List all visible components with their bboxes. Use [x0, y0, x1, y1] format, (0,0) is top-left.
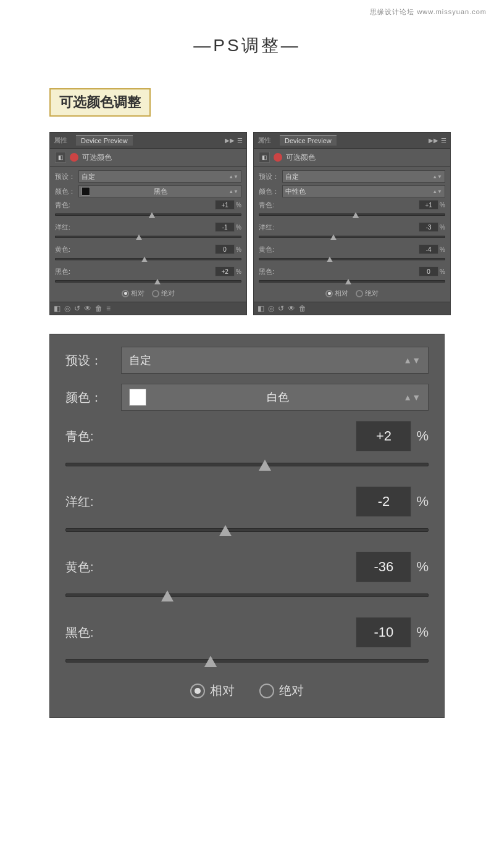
yellow-value-right[interactable]: -4	[419, 244, 438, 254]
color-label-left: 颜色：	[55, 187, 78, 196]
yellow-slider-right[interactable]	[259, 258, 445, 260]
large-radio-outer-abs[interactable]	[259, 684, 274, 698]
yellow-thumb-left[interactable]	[141, 257, 148, 262]
color-select-right[interactable]: 中性色 ▲▼	[282, 185, 445, 197]
reset-icon[interactable]: ↺	[74, 304, 80, 313]
cyan-slider-right[interactable]	[259, 213, 445, 216]
cyan-value-right[interactable]: +1	[419, 200, 438, 210]
menu-icon[interactable]: ☰	[237, 137, 243, 144]
black-slider-right[interactable]	[259, 280, 445, 283]
preset-label-right: 预设：	[259, 172, 282, 181]
eye-loop-icon-right[interactable]: ◎	[268, 304, 274, 313]
trash-icon-right[interactable]: 🗑	[299, 304, 306, 313]
visibility-icon-right[interactable]: 👁	[288, 304, 295, 313]
large-magenta-thumb[interactable]	[219, 525, 232, 536]
radio-outer-abs-right[interactable]	[356, 290, 363, 297]
black-track-left[interactable]	[55, 278, 241, 285]
yellow-row-right: 黄色: -4 %	[259, 244, 445, 254]
color-select-left[interactable]: 黑色 ▲▼	[78, 185, 241, 197]
large-radio-row: 相对 绝对	[65, 682, 429, 699]
mask-bottom-icon-right[interactable]: ◧	[257, 304, 264, 313]
black-value-right[interactable]: 0	[419, 267, 438, 276]
yellow-track-left[interactable]	[55, 255, 241, 263]
black-section-left: 黑色: +2 %	[55, 267, 241, 285]
large-magenta-row: 洋红: -2 %	[65, 486, 429, 517]
magenta-thumb-right[interactable]	[330, 234, 337, 240]
yellow-thumb-right[interactable]	[327, 257, 333, 262]
cyan-track-left[interactable]	[55, 211, 241, 218]
black-value-left[interactable]: +2	[215, 267, 235, 276]
color-value-right: 中性色	[285, 187, 306, 196]
cyan-thumb-right[interactable]	[353, 212, 359, 218]
black-pct-right: %	[440, 268, 445, 275]
magenta-thumb-left[interactable]	[136, 234, 142, 240]
forward-icon-right[interactable]: ▶▶	[429, 137, 438, 144]
large-radio-relative[interactable]: 相对	[190, 682, 235, 699]
large-magenta-value[interactable]: -2	[356, 486, 411, 517]
magenta-slider-left[interactable]	[55, 236, 241, 238]
magenta-slider-right[interactable]	[259, 236, 445, 238]
magenta-track-left[interactable]	[55, 233, 241, 241]
panel-tab-active-left[interactable]: Device Preview	[76, 135, 133, 146]
large-color-value: 白色	[267, 390, 289, 405]
large-cyan-value[interactable]: +2	[356, 421, 411, 452]
radio-absolute-right[interactable]: 绝对	[356, 289, 379, 298]
large-radio-absolute[interactable]: 绝对	[259, 682, 304, 699]
preset-select-left[interactable]: 自定 ▲▼	[78, 170, 241, 183]
menu-icon-right[interactable]: ☰	[441, 137, 446, 144]
reset-icon-right[interactable]: ↺	[278, 304, 284, 313]
cyan-track-right[interactable]	[259, 211, 445, 218]
large-cyan-thumb[interactable]	[259, 460, 271, 471]
yellow-slider-left[interactable]	[55, 258, 241, 260]
magenta-value-right[interactable]: -3	[419, 222, 438, 232]
large-yellow-slider[interactable]	[65, 593, 429, 597]
magenta-value-left[interactable]: -1	[215, 222, 235, 232]
large-radio-inner-rel	[195, 688, 201, 694]
cyan-slider-left[interactable]	[55, 213, 241, 216]
black-thumb-left[interactable]	[154, 279, 161, 284]
large-cyan-slider[interactable]	[65, 463, 429, 466]
forward-icon[interactable]: ▶▶	[225, 137, 235, 144]
large-magenta-track[interactable]	[65, 521, 429, 539]
expand-icon[interactable]: ≡	[106, 304, 111, 313]
yellow-label-left: 黄色:	[55, 245, 73, 254]
cyan-value-left[interactable]: +1	[215, 200, 235, 210]
large-cyan-track[interactable]	[65, 455, 429, 474]
radio-outer-rel-right[interactable]	[325, 290, 333, 297]
large-yellow-value[interactable]: -36	[356, 552, 411, 582]
radio-outer-rel-left[interactable]	[122, 290, 129, 297]
large-preset-select[interactable]: 自定 ▲▼	[121, 347, 429, 374]
large-black-thumb[interactable]	[204, 656, 217, 667]
magenta-track-right[interactable]	[259, 233, 445, 241]
magenta-section-right: 洋红: -3 %	[259, 222, 445, 241]
visibility-icon[interactable]: 👁	[84, 304, 91, 313]
black-slider-left[interactable]	[55, 280, 241, 283]
magenta-pct-left: %	[236, 224, 241, 231]
black-thumb-right[interactable]	[345, 279, 351, 284]
radio-relative-left[interactable]: 相对	[122, 289, 144, 298]
large-black-track[interactable]	[65, 651, 429, 670]
eye-loop-icon[interactable]: ◎	[64, 304, 70, 313]
color-arrow-left: ▲▼	[228, 189, 238, 194]
large-black-value[interactable]: -10	[356, 617, 411, 648]
black-track-right[interactable]	[259, 278, 445, 285]
radio-absolute-left[interactable]: 绝对	[152, 289, 175, 298]
large-magenta-slider[interactable]	[65, 528, 429, 532]
large-radio-outer-rel[interactable]	[190, 684, 205, 698]
preset-value-left: 自定	[82, 172, 95, 181]
large-black-slider[interactable]	[65, 659, 429, 663]
large-yellow-thumb[interactable]	[161, 590, 174, 601]
radio-relative-right[interactable]: 相对	[325, 289, 348, 298]
preset-select-right[interactable]: 自定 ▲▼	[282, 170, 445, 183]
mask-bottom-icon[interactable]: ◧	[54, 304, 61, 313]
large-color-select[interactable]: 白色 ▲▼	[121, 384, 429, 411]
panel-tab-active-right[interactable]: Device Preview	[280, 135, 337, 146]
cyan-thumb-left[interactable]	[149, 212, 155, 218]
yellow-track-right[interactable]	[259, 255, 445, 263]
cyan-label-right: 青色:	[259, 200, 277, 210]
large-yellow-track[interactable]	[65, 586, 429, 605]
radio-outer-abs-left[interactable]	[152, 290, 159, 297]
color-row-left: 颜色： 黑色 ▲▼	[55, 185, 241, 197]
yellow-value-left[interactable]: 0	[215, 244, 235, 254]
trash-icon[interactable]: 🗑	[95, 304, 103, 313]
